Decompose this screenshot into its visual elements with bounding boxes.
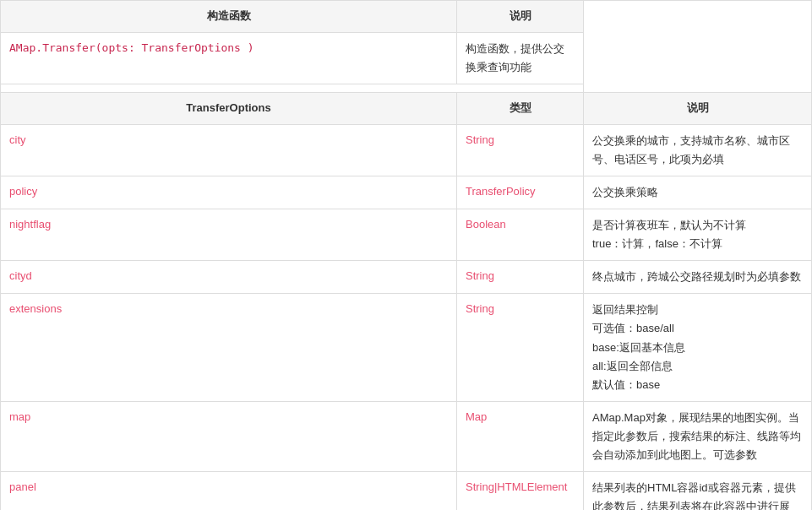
options-col1-header: TransferOptions xyxy=(1,92,457,124)
prop-name: cityd xyxy=(9,269,32,282)
prop-name-cell: panel xyxy=(1,472,457,510)
gap-row xyxy=(1,84,812,92)
options-row: extensionsString返回结果控制可选值：base/allbase:返… xyxy=(1,294,812,401)
options-row: nightflagBoolean是否计算夜班车，默认为不计算true：计算，fa… xyxy=(1,209,812,261)
constructor-header-row: 构造函数 说明 xyxy=(1,1,812,33)
options-row: mapMapAMap.Map对象，展现结果的地图实例。当指定此参数后，搜索结果的… xyxy=(1,401,812,471)
prop-type-cell: String|HTMLElement xyxy=(457,472,584,510)
constructor-desc-cell: 构造函数，提供公交换乘查询功能 xyxy=(457,32,584,84)
prop-type-cell: String xyxy=(457,124,584,176)
prop-type: Map xyxy=(466,410,487,423)
prop-type-cell: Map xyxy=(457,401,584,471)
constructor-col2-header: 说明 xyxy=(457,1,584,33)
prop-name-cell: map xyxy=(1,401,457,471)
options-row: policyTransferPolicy公交换乘策略 xyxy=(1,176,812,209)
prop-name: policy xyxy=(9,185,37,198)
prop-type: String xyxy=(466,302,494,315)
prop-type: String|HTMLElement xyxy=(466,480,567,493)
constructor-code-cell: AMap.Transfer(opts: TransferOptions ) xyxy=(1,32,457,84)
constructor-desc: 构造函数，提供公交换乘查询功能 xyxy=(466,42,564,73)
prop-desc: 终点城市，跨城公交路径规划时为必填参数 xyxy=(592,270,801,283)
prop-desc-cell: 终点城市，跨城公交路径规划时为必填参数 xyxy=(584,261,812,294)
prop-type-cell: String xyxy=(457,261,584,294)
prop-type: String xyxy=(466,269,494,282)
prop-name: extensions xyxy=(9,302,62,315)
prop-type-cell: Boolean xyxy=(457,209,584,261)
prop-name: nightflag xyxy=(9,218,51,231)
prop-desc: AMap.Map对象，展现结果的地图实例。当指定此参数后，搜索结果的标注、线路等… xyxy=(592,411,801,461)
options-header-row: TransferOptions 类型 说明 xyxy=(1,92,812,124)
prop-desc: 结果列表的HTML容器id或容器元素，提供此参数后，结果列表将在此容器中进行展示… xyxy=(592,481,796,510)
options-row: panelString|HTMLElement结果列表的HTML容器id或容器元… xyxy=(1,472,812,510)
prop-type-cell: String xyxy=(457,294,584,401)
constructor-row: AMap.Transfer(opts: TransferOptions ) 构造… xyxy=(1,32,812,84)
prop-desc-cell: AMap.Map对象，展现结果的地图实例。当指定此参数后，搜索结果的标注、线路等… xyxy=(584,401,812,471)
prop-desc-cell: 结果列表的HTML容器id或容器元素，提供此参数后，结果列表将在此容器中进行展示… xyxy=(584,472,812,510)
constructor-col1-header: 构造函数 xyxy=(1,1,457,33)
prop-name: city xyxy=(9,133,26,146)
prop-type: TransferPolicy xyxy=(466,185,536,198)
prop-type: Boolean xyxy=(466,218,506,231)
options-col2-header: 类型 xyxy=(457,92,584,124)
prop-desc-cell: 返回结果控制可选值：base/allbase:返回基本信息all:返回全部信息默… xyxy=(584,294,812,401)
prop-desc-cell: 是否计算夜班车，默认为不计算true：计算，false：不计算 xyxy=(584,209,812,261)
prop-name-cell: policy xyxy=(1,176,457,209)
prop-desc-cell: 公交换乘策略 xyxy=(584,176,812,209)
prop-desc: 返回结果控制可选值：base/allbase:返回基本信息all:返回全部信息默… xyxy=(592,303,685,390)
options-row: cityString公交换乘的城市，支持城市名称、城市区号、电话区号，此项为必填 xyxy=(1,124,812,176)
prop-name-cell: extensions xyxy=(1,294,457,401)
prop-type-cell: TransferPolicy xyxy=(457,176,584,209)
prop-name-cell: city xyxy=(1,124,457,176)
prop-name-cell: cityd xyxy=(1,261,457,294)
prop-desc: 是否计算夜班车，默认为不计算true：计算，false：不计算 xyxy=(592,219,746,250)
prop-name-cell: nightflag xyxy=(1,209,457,261)
prop-type: String xyxy=(466,133,494,146)
prop-desc: 公交换乘策略 xyxy=(592,186,658,198)
main-table: 构造函数 说明 AMap.Transfer(opts: TransferOpti… xyxy=(0,0,812,510)
prop-name: map xyxy=(9,410,30,423)
options-row: citydString终点城市，跨城公交路径规划时为必填参数 xyxy=(1,261,812,294)
prop-desc-cell: 公交换乘的城市，支持城市名称、城市区号、电话区号，此项为必填 xyxy=(584,124,812,176)
page-wrapper: 构造函数 说明 AMap.Transfer(opts: TransferOpti… xyxy=(0,0,812,510)
options-col3-header: 说明 xyxy=(584,92,812,124)
prop-name: panel xyxy=(9,480,36,493)
prop-desc: 公交换乘的城市，支持城市名称、城市区号、电话区号，此项为必填 xyxy=(592,134,790,165)
constructor-code: AMap.Transfer(opts: TransferOptions ) xyxy=(9,41,254,54)
